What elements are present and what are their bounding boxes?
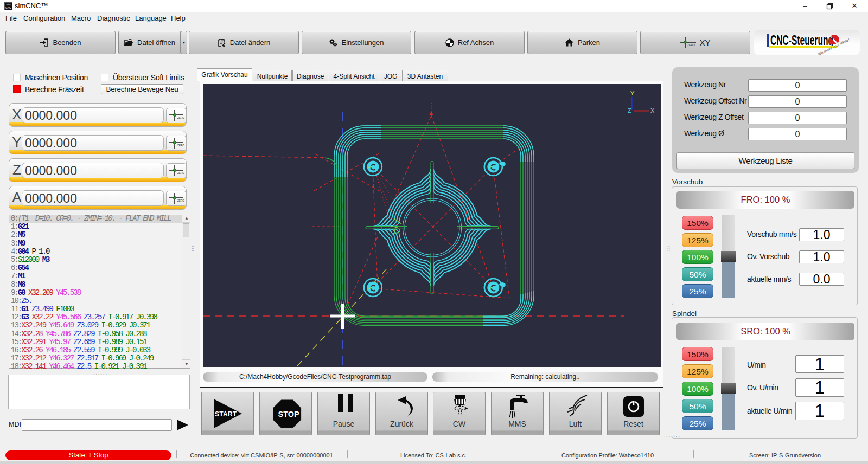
svg-text:X: X bbox=[650, 107, 655, 114]
svg-text:ZERO: ZERO bbox=[177, 172, 184, 175]
svg-text:START: START bbox=[215, 410, 237, 418]
svg-text:ZERO: ZERO bbox=[177, 117, 184, 119]
svg-text:ZERO: ZERO bbox=[177, 144, 184, 147]
svg-text:ZERO: ZERO bbox=[687, 43, 695, 46]
svg-text:STOP: STOP bbox=[278, 410, 300, 418]
svg-text:Z: Z bbox=[628, 107, 631, 114]
svg-text:ZERO: ZERO bbox=[177, 199, 184, 202]
svg-text:Y: Y bbox=[630, 90, 635, 96]
